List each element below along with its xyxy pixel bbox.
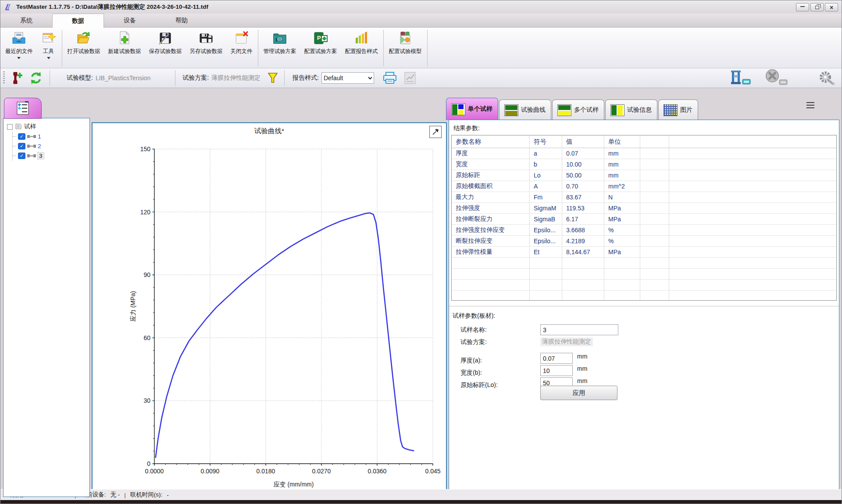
toolbar-separator xyxy=(62,30,62,66)
tab-test-curve[interactable]: 试验曲线 xyxy=(499,99,551,120)
tab-label: 单个试样 xyxy=(468,105,492,113)
pictures-icon xyxy=(664,105,677,116)
toolbar-button-label: 配置报告样式 xyxy=(345,48,378,55)
table-row[interactable]: 拉伸断裂应力 SigmaB 6.17 MPa xyxy=(452,214,836,225)
device-status-group xyxy=(729,69,835,86)
filter-scheme-button[interactable] xyxy=(268,72,278,84)
menu-tab-system[interactable]: 系统 xyxy=(0,14,52,28)
param-name-cell: 宽度 xyxy=(452,159,530,170)
test-machine-icon[interactable] xyxy=(729,70,752,85)
value-cell: 10.00 xyxy=(562,159,604,170)
tree-item-specimen-2[interactable]: ✓ 2 xyxy=(13,141,88,151)
param-name-cell xyxy=(452,269,530,279)
device-disconnected-icon[interactable] xyxy=(764,69,789,86)
minimize-button[interactable] xyxy=(796,3,809,11)
table-row[interactable]: 拉伸弹性模量 Et 8,144.67 MPa xyxy=(452,247,836,258)
symbol-cell: SigmaB xyxy=(530,214,562,224)
toolbar-separator xyxy=(427,30,428,66)
config-scheme-button[interactable]: P 配置试验方案 xyxy=(300,29,341,67)
refresh-button[interactable] xyxy=(29,71,43,85)
tree-root-specimens[interactable]: 试样 xyxy=(7,122,88,131)
tab-multi-specimen[interactable]: 多个试样 xyxy=(552,99,604,120)
table-row[interactable] xyxy=(452,280,836,291)
specimen-name-input[interactable] xyxy=(540,324,618,335)
specimen-1-checkbox[interactable]: ✓ xyxy=(18,133,25,140)
table-row[interactable] xyxy=(452,291,836,301)
tab-pictures[interactable]: 图片 xyxy=(658,99,698,120)
width-input[interactable] xyxy=(540,365,573,376)
unit-cell: mm^2 xyxy=(604,181,640,192)
table-row[interactable]: 拉伸强度拉伸应变 Epsilo... 3.6688 % xyxy=(452,225,836,236)
specimen-3-checkbox[interactable]: ✓ xyxy=(18,153,25,159)
restore-button[interactable] xyxy=(810,3,824,11)
report-style-label: 报告样式: xyxy=(293,74,319,82)
stress-strain-plot[interactable]: 03060901201500.00000.00900.01800.02700.0… xyxy=(93,136,446,496)
toolbar-grip[interactable] xyxy=(3,71,5,85)
new-test-data-icon xyxy=(117,30,132,46)
refresh-icon xyxy=(29,71,43,85)
add-specimen-button[interactable] xyxy=(10,71,23,85)
save-test-data-button[interactable]: 保存试验数据 xyxy=(145,29,186,67)
report-preview-button[interactable] xyxy=(403,71,417,85)
save-test-data-icon xyxy=(157,30,173,46)
app-logo-icon xyxy=(4,3,13,11)
unit-cell: MPa xyxy=(604,203,640,213)
recent-files-button[interactable]: 最近的文件 xyxy=(1,29,37,67)
table-row[interactable]: 断裂拉伸应变 Epsilo... 4.2189 % xyxy=(452,236,836,247)
menu-tab-help[interactable]: 帮助 xyxy=(156,14,207,28)
menu-tab-device[interactable]: 设备 xyxy=(104,14,156,28)
report-style-button[interactable]: 配置报告样式 xyxy=(341,29,382,67)
table-row[interactable]: 最大力 Fm 83.67 N xyxy=(452,192,836,203)
report-style-select[interactable]: Default xyxy=(321,72,374,84)
new-test-data-button[interactable]: 新建试验数据 xyxy=(104,29,145,67)
symbol-cell xyxy=(530,258,562,268)
specimen-icon xyxy=(27,144,36,148)
save-as-test-data-button[interactable]: 另存试验数据 xyxy=(186,29,227,67)
printer-icon xyxy=(382,71,398,85)
svg-text:120: 120 xyxy=(140,209,151,216)
toolbar-button-label: 最近的文件 xyxy=(5,48,33,55)
manage-scheme-button[interactable]: 管理试验方案 xyxy=(260,29,300,67)
specimen-2-checkbox[interactable]: ✓ xyxy=(18,143,25,149)
param-name-cell: 原始标距 xyxy=(452,170,530,181)
table-row[interactable]: 原始标距 Lo 50.00 mm xyxy=(452,170,836,181)
symbol-cell: Et xyxy=(530,247,562,257)
tools-button[interactable]: 工具 xyxy=(37,29,61,67)
value-cell xyxy=(562,258,604,268)
close-button[interactable]: × xyxy=(825,3,838,11)
table-row[interactable] xyxy=(452,269,836,280)
print-button[interactable] xyxy=(382,71,398,85)
tree-item-specimen-3[interactable]: ✓ 3 xyxy=(13,151,88,160)
tab-single-specimen[interactable]: 单个试样 xyxy=(446,98,498,120)
tree-item-specimen-1[interactable]: ✓ 1 xyxy=(13,131,88,141)
task-list-icon xyxy=(15,101,30,116)
empty-cell xyxy=(640,225,669,235)
symbol-cell xyxy=(530,280,562,290)
config-model-button[interactable]: 配置试验模型 xyxy=(385,29,426,67)
app-window: TestMaster 1.1.7.75 - D:\Data\薄膜拉伸性能测定 2… xyxy=(0,0,842,504)
table-row[interactable]: 拉伸强度 SigmaM 119.53 MPa xyxy=(452,203,836,214)
results-table[interactable]: 参数名称 符号 值 单位 厚度 a 0.07 mm xyxy=(451,135,837,301)
specimen-list-tab[interactable] xyxy=(4,98,42,119)
results-table-body: 厚度 a 0.07 mm 宽度 b 10.00 mm xyxy=(452,148,836,301)
apply-button[interactable]: 应用 xyxy=(540,386,617,400)
empty-cell xyxy=(640,214,669,224)
empty-cell xyxy=(640,159,669,170)
symbol-cell: Epsilo... xyxy=(530,236,562,246)
close-file-button[interactable]: 关闭文件 xyxy=(227,29,257,67)
table-row[interactable]: 厚度 a 0.07 mm xyxy=(452,148,836,159)
table-row[interactable] xyxy=(452,258,836,269)
tab-test-info[interactable]: 试验信息 xyxy=(605,99,657,120)
table-row[interactable]: 原始横截面积 A 0.70 mm^2 xyxy=(452,181,836,192)
root-checkbox[interactable] xyxy=(7,124,13,130)
test-model-label: 试验模型: xyxy=(67,74,93,82)
menu-tab-data[interactable]: 数据 xyxy=(52,14,104,28)
thickness-input[interactable] xyxy=(540,353,573,364)
specimen-name-label: 试样名称: xyxy=(460,326,487,334)
specimen-icon xyxy=(27,154,36,158)
specimen-label: 1 xyxy=(38,133,41,140)
panel-menu-button[interactable] xyxy=(806,102,814,108)
table-row[interactable]: 宽度 b 10.00 mm xyxy=(452,159,836,170)
settings-gear-icon[interactable] xyxy=(818,69,835,86)
open-test-data-button[interactable]: 打开试验数据 xyxy=(64,29,104,67)
